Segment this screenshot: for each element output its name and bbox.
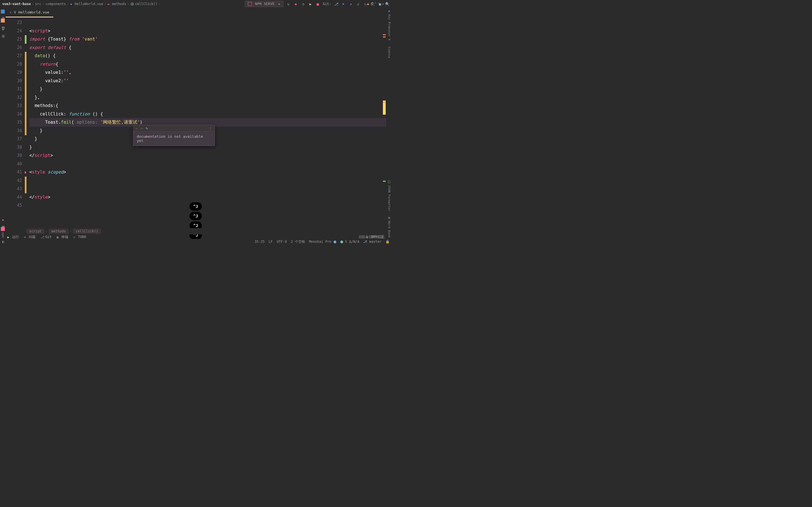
editor-breadcrumbs-bottom: script › methods › cellClick() [24,228,386,234]
git-branch-icon[interactable]: ⎇ [334,2,338,6]
key-promoter-tool-window-button[interactable]: ⌨Key Promoter X [388,10,391,41]
codota-tool-window-button[interactable]: Codota [388,46,391,58]
next-highlight-icon[interactable]: ↓ [382,2,384,6]
npm-tool-window-button[interactable]: npm [1,227,5,238]
breadcrumb-chip[interactable]: methods [49,229,69,234]
breadcrumb-file[interactable]: HelloWorld.vue [75,2,103,6]
line-separator[interactable]: LF [269,240,273,244]
breadcrumb-folder[interactable]: src [35,2,41,6]
vue-file-icon: V [14,10,16,14]
project-tool-window-button[interactable]: 项目 [1,10,5,15]
status-bar: ◧ 35:25 LF UTF-8 2 个空格 Monokai Pro 5 Δ/N… [0,239,392,244]
search-everywhere-icon[interactable]: 🔍 [385,2,390,6]
method-group-icon: ≔ [107,2,111,6]
forward-icon[interactable]: → [141,126,143,130]
chevron-right-icon: › [128,2,130,6]
close-tab-icon[interactable]: × [10,10,11,14]
inspections-widget[interactable]: ▲ 4 ⌃ ↑ ↓ [367,2,384,6]
navigation-bar: vue3-vant-base › src › components › ▾ He… [0,0,392,8]
error-stripe[interactable] [383,17,386,232]
editor-tab-active[interactable]: × V HelloWorld.vue [6,8,53,17]
left-tool-stripe: 项目 结构 ◈学习 ★收藏夹 npm [0,8,6,238]
run-configuration-dropdown[interactable]: NPM SERVE ▾ [245,1,283,7]
learn-tool-window-button[interactable]: ◈学习 [1,27,5,33]
git-tool-window-button[interactable]: ⎇Git [41,235,52,239]
run-config-label: NPM SERVE [255,2,275,6]
color-scheme[interactable]: Monokai Pro [309,240,336,244]
caret-position[interactable]: 35:25 [255,240,265,244]
breadcrumb-folder[interactable]: components [45,2,66,6]
quick-documentation-popup: ← → ✎ ⋮ documentation is not available y… [133,125,215,146]
chevron-down-icon: ▾ [278,2,280,6]
word-book-tool-window-button[interactable]: ▤Word Book [388,216,391,238]
file-encoding[interactable]: UTF-8 [276,240,287,244]
breadcrumb-method[interactable]: cellClick() [135,2,157,6]
editor-area: 2324252627282930313233343536373839404142… [6,17,386,232]
back-icon[interactable]: ← [136,126,138,130]
breadcrumb-chip[interactable]: cellClick() [73,229,101,234]
coverage-icon[interactable]: ◔ [301,2,305,6]
shortcut-hint-pill: ^J [190,202,202,211]
stop-icon[interactable]: ■ [315,2,320,6]
chevron-right-icon: › [158,2,160,6]
indent-settings[interactable]: 2 个空格 [291,239,305,244]
method-icon: ⦿ [131,2,134,6]
more-menu-icon[interactable]: ⋮ [209,126,212,130]
chevron-right-icon: › [70,229,71,233]
chevron-right-icon: › [32,2,34,6]
breadcrumbs: vue3-vant-base › src › components › ▾ He… [2,2,243,6]
documentation-text: documentation is not available yet [133,131,214,146]
run-icon[interactable]: ▶ [308,2,313,6]
lock-icon[interactable]: 🔒 [386,240,390,244]
git-history-icon[interactable]: ↺ [356,2,360,6]
todo-tool-window-button[interactable]: ☑TODO [73,235,86,239]
breadcrumb-chip[interactable]: script [27,229,44,234]
right-tool-stripe: ⌨Key Promoter X Codota {}JSON Formatter … [386,8,392,238]
watermark-text: @掘金技术社区 [359,234,384,239]
git-push-icon[interactable]: ⇗ [349,2,353,6]
shortcut-hint-pill: ^J [190,212,202,220]
run-tool-window-button[interactable]: ▶运行 [7,235,19,239]
terminal-tool-window-button[interactable]: ▣终端 [57,235,68,239]
problems-tool-window-button[interactable]: ⊘问题 [24,235,36,239]
favorites-tool-window-button[interactable]: ★收藏夹 [1,218,5,223]
edit-source-icon[interactable]: ✎ [146,126,148,130]
git-toolbar-label: Git: [323,2,331,6]
chevron-right-icon: › [67,2,69,6]
npm-icon [248,2,252,6]
breadcrumb-project[interactable]: vue3-vant-base [2,2,31,6]
tool-window-quick-access-icon[interactable]: ◧ [2,240,4,244]
vcs-marker-column [25,17,29,232]
rerun-icon[interactable]: ↻ [286,2,291,6]
bug-icon[interactable]: ✱ [294,2,298,6]
caret-icon: ⌃ [374,2,376,6]
warning-icon: ▲ [367,2,369,6]
vue-file-icon: ▾ [70,2,73,6]
chevron-right-icon: › [45,229,47,233]
git-commit-icon[interactable]: ➤ [341,2,346,6]
code-content[interactable]: <script> import {Toast} from 'vant' expo… [29,17,386,232]
codota-status[interactable]: 5 Δ/N/A [340,240,359,244]
warning-count: 4 [371,2,373,6]
prev-highlight-icon[interactable]: ↑ [378,2,380,6]
tab-filename: HelloWorld.vue [18,10,49,14]
json-formatter-tool-window-button[interactable]: {}JSON Formatter [388,180,391,211]
chevron-right-icon: › [104,2,106,6]
line-number-gutter: 2324252627282930313233343536373839404142… [6,17,25,232]
structure-tool-window-button[interactable]: 结构 [1,18,5,24]
chevron-right-icon: › [42,2,44,6]
editor-tabs: × V HelloWorld.vue [6,8,386,17]
popup-toolbar: ← → ✎ ⋮ [133,125,214,131]
breadcrumb-group[interactable]: methods [112,2,126,6]
git-branch-status[interactable]: ⎇ master [363,240,382,244]
